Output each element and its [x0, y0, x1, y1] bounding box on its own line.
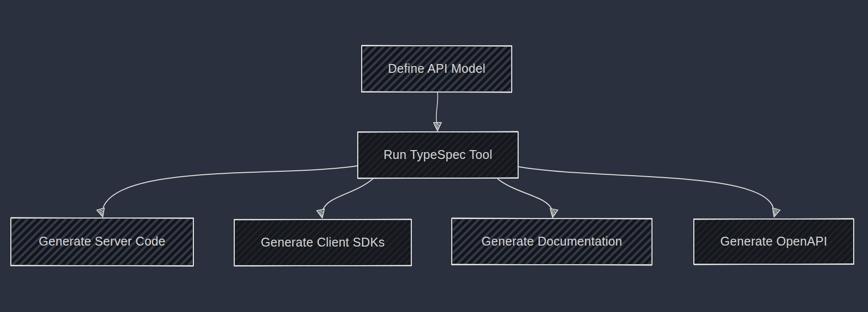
node-generate-server-code: Generate Server Code [11, 218, 194, 267]
edge-run-to-client-sdks [317, 179, 372, 219]
edge-line [323, 179, 372, 209]
node-label: Generate Server Code [39, 234, 166, 248]
flowchart-canvas: Define API Model Run TypeSpec Tool Gener… [0, 0, 868, 312]
node-run-typespec-tool: Run TypeSpec Tool [358, 131, 519, 179]
node-label: Generate Client SDKs [261, 235, 385, 249]
arrowhead-down-icon [434, 123, 441, 131]
arrowhead-down-icon [97, 208, 107, 218]
edge-line [103, 166, 357, 207]
edge-run-to-documentation [498, 179, 558, 218]
edge-line [519, 167, 773, 207]
edge-run-to-openapi [519, 167, 780, 218]
edge-define-to-run [434, 92, 441, 131]
edge-line [436, 92, 437, 124]
arrowhead-down-icon [770, 208, 780, 218]
arrowhead-down-icon [317, 209, 326, 219]
edge-line [498, 179, 552, 209]
node-generate-openapi: Generate OpenAPI [694, 218, 854, 265]
node-generate-client-sdks: Generate Client SDKs [234, 219, 412, 267]
node-define-api-model: Define API Model [362, 45, 512, 93]
arrowhead-down-icon [549, 209, 558, 218]
node-label: Run TypeSpec Tool [384, 148, 493, 161]
node-label: Generate Documentation [482, 234, 622, 248]
node-label: Define API Model [388, 62, 486, 75]
nodes-layer: Define API Model Run TypeSpec Tool Gener… [11, 45, 854, 267]
node-label: Generate OpenAPI [720, 234, 827, 248]
flowchart-svg: Define API Model Run TypeSpec Tool Gener… [0, 0, 868, 312]
node-generate-documentation: Generate Documentation [452, 218, 652, 265]
